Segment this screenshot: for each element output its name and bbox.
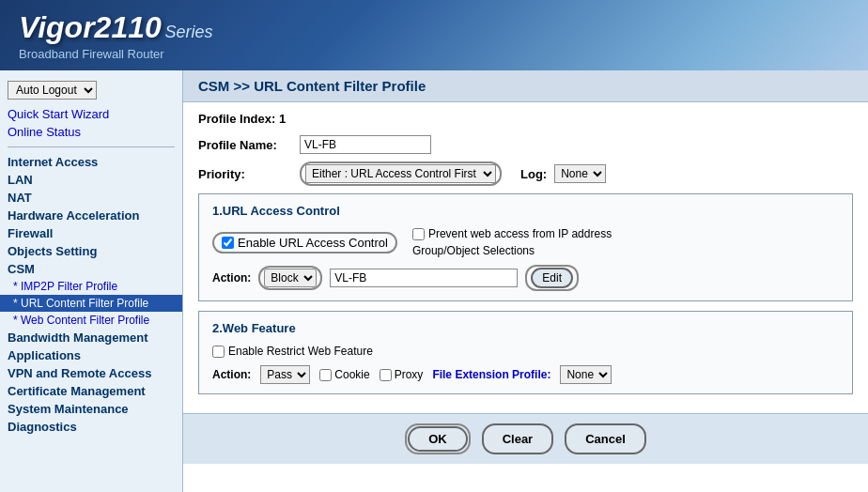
block-select-wrapper: Block bbox=[258, 266, 322, 290]
sidebar-item-system-maintenance[interactable]: System Maintenance bbox=[0, 400, 182, 418]
product-name: Vigor2110 bbox=[19, 10, 162, 44]
content-body: Profile Index: 1 Profile Name: Priority:… bbox=[183, 102, 868, 413]
web-feature-section: 2.Web Feature Enable Restrict Web Featur… bbox=[198, 311, 853, 394]
wf-action-label: Action: bbox=[212, 368, 251, 381]
wf-action-row: Action: Pass Cookie Proxy File Extension… bbox=[212, 365, 839, 384]
profile-name-row: Profile Name: bbox=[198, 135, 853, 154]
sidebar-item-lan[interactable]: LAN bbox=[0, 171, 182, 189]
sidebar-item-online-status[interactable]: Online Status bbox=[0, 123, 182, 141]
file-ext-profile-label: File Extension Profile: bbox=[432, 368, 550, 381]
sidebar-subitem-imp2p[interactable]: * IMP2P Filter Profile bbox=[0, 278, 182, 295]
sidebar-item-csm[interactable]: CSM bbox=[0, 260, 182, 278]
profile-index: Profile Index: 1 bbox=[198, 112, 853, 126]
proxy-label: Proxy bbox=[395, 368, 424, 381]
subtitle: Broadband Firewall Router bbox=[19, 47, 212, 61]
wf-enable-row: Enable Restrict Web Feature bbox=[212, 345, 839, 358]
enable-url-access-checkbox[interactable] bbox=[222, 237, 234, 249]
block-select[interactable]: Block bbox=[264, 269, 317, 287]
priority-select[interactable]: Either : URL Access Control First bbox=[305, 164, 496, 183]
sidebar-item-hardware-acceleration[interactable]: Hardware Acceleration bbox=[0, 207, 182, 224]
proxy-checkbox[interactable] bbox=[380, 369, 392, 381]
url-access-control-section: 1.URL Access Control Enable URL Access C… bbox=[198, 193, 853, 301]
sidebar-item-internet-access[interactable]: Internet Access bbox=[0, 153, 182, 171]
profile-index-label: Profile Index: bbox=[198, 112, 275, 126]
prevent-web-access-label: Prevent web access from IP address bbox=[428, 227, 612, 240]
pass-select[interactable]: Pass bbox=[260, 365, 310, 384]
priority-label: Priority: bbox=[198, 167, 292, 181]
cookie-label: Cookie bbox=[334, 368, 369, 381]
series-label: Series bbox=[164, 23, 212, 41]
sidebar-item-certificate[interactable]: Certificate Management bbox=[0, 382, 182, 400]
sidebar-subitem-url-content[interactable]: * URL Content Filter Profile bbox=[0, 295, 182, 312]
log-label: Log: bbox=[520, 167, 547, 181]
file-ext-select[interactable]: None bbox=[560, 365, 612, 384]
bottom-bar: OK Clear Cancel bbox=[183, 413, 868, 464]
group-object-label: Group/Object Selections bbox=[412, 244, 612, 257]
sidebar-item-vpn[interactable]: VPN and Remote Access bbox=[0, 364, 182, 382]
cookie-checkbox-wrapper: Cookie bbox=[319, 368, 369, 381]
filter-value-input[interactable] bbox=[330, 269, 518, 287]
sidebar: Auto Logout Quick Start Wizard Online St… bbox=[0, 70, 183, 492]
profile-name-label: Profile Name: bbox=[198, 138, 292, 152]
page-title: CSM >> URL Content Filter Profile bbox=[183, 70, 868, 102]
sidebar-item-bandwidth[interactable]: Bandwidth Management bbox=[0, 329, 182, 346]
enable-restrict-web-label: Enable Restrict Web Feature bbox=[228, 345, 373, 358]
header: Vigor2110 Series Broadband Firewall Rout… bbox=[0, 0, 868, 70]
uac-action-label: Action: bbox=[212, 271, 251, 284]
uac-enable-row: Enable URL Access Control Prevent web ac… bbox=[212, 227, 839, 257]
sidebar-item-objects-setting[interactable]: Objects Setting bbox=[0, 242, 182, 260]
enable-restrict-web-checkbox[interactable] bbox=[212, 346, 225, 358]
profile-index-value: 1 bbox=[279, 112, 286, 126]
clear-button[interactable]: Clear bbox=[482, 423, 554, 454]
content-area: CSM >> URL Content Filter Profile Profil… bbox=[183, 70, 868, 492]
uac-right-panel: Prevent web access from IP address Group… bbox=[412, 227, 612, 257]
wf-section-title: 2.Web Feature bbox=[212, 321, 839, 335]
uac-enable-wrapper: Enable URL Access Control bbox=[212, 232, 397, 254]
sidebar-item-quick-start[interactable]: Quick Start Wizard bbox=[0, 105, 182, 123]
uac-action-row: Action: Block Edit bbox=[212, 265, 839, 291]
prevent-web-access-checkbox[interactable] bbox=[412, 228, 425, 240]
priority-wrapper: Either : URL Access Control First bbox=[300, 161, 502, 186]
edit-button[interactable]: Edit bbox=[531, 268, 573, 288]
profile-name-input[interactable] bbox=[300, 135, 431, 154]
uac-section-title: 1.URL Access Control bbox=[212, 204, 839, 218]
sidebar-divider-1 bbox=[8, 146, 175, 147]
sidebar-subitem-web-content[interactable]: * Web Content Filter Profile bbox=[0, 312, 182, 329]
main-layout: Auto Logout Quick Start Wizard Online St… bbox=[0, 70, 868, 492]
sidebar-item-firewall[interactable]: Firewall bbox=[0, 224, 182, 242]
logo: Vigor2110 Series Broadband Firewall Rout… bbox=[19, 10, 212, 61]
cancel-button[interactable]: Cancel bbox=[565, 423, 646, 454]
enable-url-access-label: Enable URL Access Control bbox=[238, 236, 388, 250]
auto-logout-select[interactable]: Auto Logout bbox=[8, 81, 97, 100]
sidebar-item-applications[interactable]: Applications bbox=[0, 346, 182, 364]
sidebar-item-diagnostics[interactable]: Diagnostics bbox=[0, 418, 182, 436]
proxy-checkbox-wrapper: Proxy bbox=[380, 368, 424, 381]
ok-button-wrapper: OK bbox=[405, 423, 471, 454]
auto-logout-wrapper[interactable]: Auto Logout bbox=[8, 81, 175, 100]
edit-button-wrapper: Edit bbox=[525, 265, 579, 291]
ok-button[interactable]: OK bbox=[408, 426, 468, 452]
cookie-checkbox[interactable] bbox=[319, 369, 332, 381]
sidebar-item-nat[interactable]: NAT bbox=[0, 189, 182, 207]
uac-prevent-row: Prevent web access from IP address bbox=[412, 227, 612, 240]
priority-row: Priority: Either : URL Access Control Fi… bbox=[198, 161, 853, 186]
log-select[interactable]: None bbox=[554, 164, 606, 183]
